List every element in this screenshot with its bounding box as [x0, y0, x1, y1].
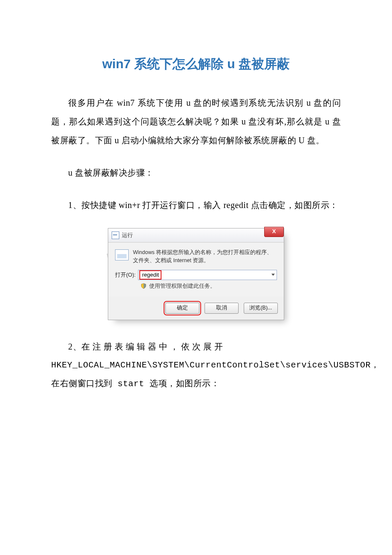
- open-combobox[interactable]: regedit: [138, 270, 277, 280]
- ok-button[interactable]: 确定: [165, 303, 199, 314]
- close-button[interactable]: X: [264, 227, 284, 237]
- dialog-titlebar: 运行 X: [108, 228, 284, 243]
- paragraph-step-2-lead: 2、在 注 册 表 编 辑 器 中 ， 依 次 展 开: [51, 337, 341, 356]
- run-program-icon: [115, 249, 129, 260]
- cancel-button[interactable]: 取消: [205, 303, 239, 314]
- paragraph-step-1: 1、按快捷键 win+r 打开运行窗口，输入 regedit 点击确定，如图所示…: [51, 196, 341, 214]
- browse-button[interactable]: 浏览(B)...: [244, 303, 278, 314]
- figure-run-dialog: 运行 X Windows 将根据您所输入的名称，为您打开相应的程序、文件夹、文档…: [51, 228, 341, 320]
- run-title-icon: [112, 231, 119, 239]
- open-label: 打开(O):: [115, 271, 135, 279]
- run-dialog-window: 运行 X Windows 将根据您所输入的名称，为您打开相应的程序、文件夹、文档…: [108, 228, 284, 320]
- open-input-highlight: regedit: [139, 270, 161, 280]
- combobox-arrow-icon[interactable]: [271, 274, 275, 276]
- open-input-value[interactable]: regedit: [142, 272, 159, 278]
- document-title: win7 系统下怎么解除 u 盘被屏蔽: [51, 55, 341, 73]
- shield-icon: [141, 283, 147, 289]
- paragraph-steps-heading: u 盘被屏蔽解决步骤：: [51, 163, 341, 182]
- shield-text: 使用管理权限创建此任务。: [149, 283, 216, 290]
- paragraph-intro: 很多用户在 win7 系统下使用 u 盘的时候遇到系统无法识别 u 盘的问题，那…: [51, 93, 341, 150]
- dialog-description: Windows 将根据您所输入的名称，为您打开相应的程序、文件夹、文档或 Int…: [133, 249, 277, 265]
- paragraph-step-2-path: HKEY_LOCAL_MACHINE\SYSTEM\CurrentControl…: [51, 356, 341, 393]
- dialog-button-row: 确定 取消 浏览(B)...: [108, 297, 284, 320]
- dialog-title-text: 运行: [122, 231, 133, 239]
- dialog-body: Windows 将根据您所输入的名称，为您打开相应的程序、文件夹、文档或 Int…: [108, 243, 284, 297]
